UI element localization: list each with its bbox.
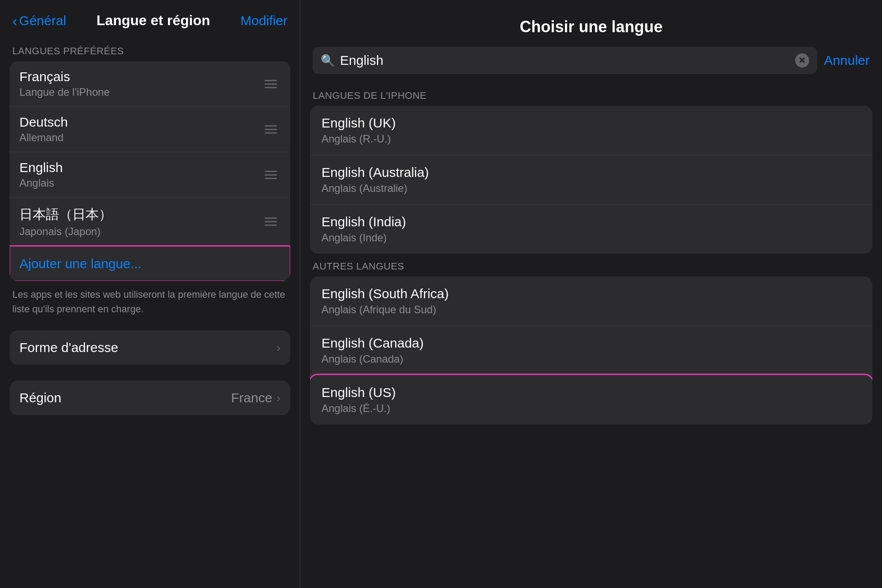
address-label: Forme d'adresse [19,340,118,355]
lang-subtitle-english-us: Anglais (É.-U.) [321,402,861,415]
search-bar-container: 🔍 English ✕ Annuler [300,47,882,83]
add-language-label: Ajouter une langue... [19,256,142,271]
lang-item-english-us[interactable]: English (US) Anglais (É.-U.) [310,375,872,424]
lang-subtitle-english-in: Anglais (Inde) [321,232,861,244]
form-item-address[interactable]: Forme d'adresse › [10,330,290,365]
lang-item-english-uk[interactable]: English (UK) Anglais (R.-U.) [310,106,872,155]
lang-subtitle-english-uk: Anglais (R.-U.) [321,133,861,145]
lang-title-english-us: English (US) [321,385,861,400]
chevron-left-icon: ‹ [12,13,17,28]
preferred-languages-list: Français Langue de l'iPhone Deutsch Alle… [10,61,290,281]
language-title-japanese: 日本語（日本） [19,206,112,224]
language-item-japanese[interactable]: 日本語（日本） Japonais (Japon) [10,198,290,246]
language-title-deutsch: Deutsch [19,115,68,130]
search-icon: 🔍 [321,54,335,67]
iphone-languages-label: LANGUES DE L'IPHONE [300,83,882,106]
add-language-button[interactable]: Ajouter une langue... [10,246,290,281]
other-languages-list: English (South Africa) Anglais (Afrique … [310,277,872,424]
clear-icon: ✕ [798,56,806,65]
lang-title-english-ca: English (Canada) [321,336,861,351]
lang-title-english-uk: English (UK) [321,116,861,131]
lang-item-english-za[interactable]: English (South Africa) Anglais (Afrique … [310,277,872,326]
form-group-region: Région France › [10,381,290,415]
page-title: Langue et région [97,12,210,29]
language-subtitle-francais: Langue de l'iPhone [19,86,110,98]
chevron-right-icon: › [277,341,280,355]
lang-title-english-za: English (South Africa) [321,286,861,301]
drag-handle-francais[interactable] [261,76,280,92]
language-subtitle-japanese: Japonais (Japon) [19,225,112,238]
language-subtitle-deutsch: Allemand [19,131,68,144]
search-input[interactable]: English [340,53,790,68]
lang-item-english-ca[interactable]: English (Canada) Anglais (Canada) [310,326,872,375]
iphone-languages-list: English (UK) Anglais (R.-U.) English (Au… [310,106,872,254]
back-button[interactable]: ‹ Général [12,13,66,28]
language-item-deutsch[interactable]: Deutsch Allemand [10,107,290,152]
lang-item-english-in[interactable]: English (India) Anglais (Inde) [310,205,872,254]
modifier-button[interactable]: Modifier [240,13,288,28]
chevron-right-icon-region: › [277,391,280,405]
region-label: Région [19,390,61,405]
lang-item-english-au[interactable]: English (Australia) Anglais (Australie) [310,155,872,205]
lang-subtitle-english-ca: Anglais (Canada) [321,353,861,365]
left-panel: ‹ Général Langue et région Modifier LANG… [0,0,300,588]
drag-handle-japanese[interactable] [261,214,280,229]
other-languages-label: AUTRES LANGUES [300,254,882,277]
language-subtitle-english: Anglais [19,177,63,189]
search-bar[interactable]: 🔍 English ✕ [313,47,817,74]
lang-title-english-au: English (Australia) [321,165,861,180]
drag-handle-english[interactable] [261,167,280,183]
right-title: Choisir une langue [519,18,662,36]
search-clear-button[interactable]: ✕ [795,53,809,67]
nav-bar: ‹ Général Langue et région Modifier [0,0,300,37]
info-text: Les apps et les sites web utiliseront la… [0,281,300,322]
form-item-region[interactable]: Région France › [10,381,290,415]
cancel-button[interactable]: Annuler [824,53,870,68]
lang-subtitle-english-au: Anglais (Australie) [321,182,861,195]
lang-title-english-in: English (India) [321,214,861,229]
back-label: Général [19,13,66,28]
preferred-languages-label: LANGUES PRÉFÉRÉES [0,37,300,61]
language-item-english[interactable]: English Anglais [10,152,290,198]
language-item-francais[interactable]: Français Langue de l'iPhone [10,61,290,107]
lang-subtitle-english-za: Anglais (Afrique du Sud) [321,303,861,316]
language-title-english: English [19,160,63,175]
right-panel: Choisir une langue 🔍 English ✕ Annuler L… [300,0,882,588]
language-title-francais: Français [19,69,110,84]
form-group-address: Forme d'adresse › [10,330,290,365]
drag-handle-deutsch[interactable] [261,122,280,137]
right-header: Choisir une langue [300,0,882,47]
region-value: France [231,390,272,405]
